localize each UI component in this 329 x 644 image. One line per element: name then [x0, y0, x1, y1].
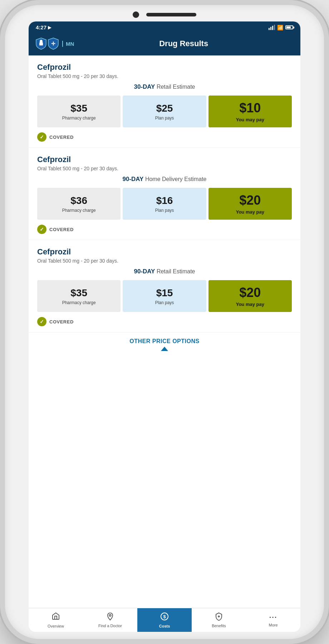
plan-box-2: $16 Plan pays — [123, 188, 206, 220]
drug-description-1: Oral Tablet 500 mg - 20 per 30 days. — [37, 73, 292, 79]
pharmacy-label-3: Pharmacy charge — [62, 300, 96, 305]
you-pay-amount-1: $10 — [239, 101, 261, 116]
cost-grid-2: $36 Pharmacy charge $16 Plan pays $20 Yo… — [37, 188, 292, 220]
plan-label-3: Plan pays — [155, 300, 174, 305]
pharmacy-label-2: Pharmacy charge — [62, 208, 96, 213]
estimate-label-2: 90-DAY Home Delivery Estimate — [37, 176, 292, 183]
drug-description-3: Oral Tablet 500 mg - 20 per 30 days. — [37, 258, 292, 264]
more-dots-icon: ··· — [269, 613, 278, 621]
pharmacy-box-3: $35 Pharmacy charge — [37, 280, 121, 312]
estimate-label-1: 30-DAY Retail Estimate — [37, 83, 292, 91]
covered-check-icon-1: ✓ — [37, 132, 46, 142]
you-pay-amount-3: $20 — [239, 285, 261, 300]
drug-section-1: Cefprozil Oral Tablet 500 mg - 20 per 30… — [29, 55, 300, 148]
signal-icon — [269, 25, 275, 30]
plan-amount-2: $16 — [156, 195, 173, 206]
status-time: 4:27 ▶ — [36, 24, 51, 30]
home-icon — [51, 612, 60, 623]
shield-1-icon — [36, 38, 46, 50]
phone-top-bar — [5, 5, 324, 21]
you-pay-label-1: You may pay — [236, 117, 264, 122]
status-bar: 4:27 ▶ 📶 — [29, 21, 300, 33]
nav-benefits-label: Benefits — [212, 624, 226, 628]
plan-amount-3: $15 — [156, 287, 173, 299]
you-pay-box-2: $20 You may pay — [208, 188, 292, 220]
drug-section-3: Cefprozil Oral Tablet 500 mg - 20 per 30… — [29, 240, 300, 332]
drug-name-2: Cefprozil — [37, 155, 292, 164]
other-price-options-label: OTHER PRICE OPTIONS — [129, 338, 199, 345]
you-pay-label-3: You may pay — [236, 302, 264, 307]
volume-down-button — [3, 109, 5, 127]
cost-grid-3: $35 Pharmacy charge $15 Plan pays $20 Yo… — [37, 280, 292, 312]
app-header: ✛ MN Drug Results — [29, 33, 300, 55]
svg-point-2 — [109, 615, 111, 616]
bottom-nav: Overview Find a Doctor $ — [29, 608, 300, 632]
drug-name-1: Cefprozil — [37, 63, 292, 72]
nav-more[interactable]: ··· More — [246, 608, 300, 632]
plan-box-1: $25 Plan pays — [123, 96, 206, 127]
pharmacy-box-2: $36 Pharmacy charge — [37, 188, 121, 220]
nav-more-label: More — [269, 623, 278, 627]
phone-screen: 4:27 ▶ 📶 — [29, 21, 300, 632]
covered-text-1: COVERED — [49, 135, 74, 140]
nav-costs-label: Costs — [159, 624, 170, 628]
pharmacy-amount-3: $35 — [70, 287, 87, 299]
pharmacy-amount-2: $36 — [70, 195, 87, 206]
speaker — [146, 13, 196, 16]
location-pin-icon — [106, 612, 114, 622]
you-pay-label-2: You may pay — [236, 209, 264, 215]
nav-find-doctor-label: Find a Doctor — [98, 624, 122, 628]
nav-overview[interactable]: Overview — [29, 608, 83, 632]
plan-amount-1: $25 — [156, 103, 173, 114]
pharmacy-label-1: Pharmacy charge — [62, 116, 96, 121]
arrow-up-icon — [161, 347, 168, 351]
estimate-label-3: 90-DAY Retail Estimate — [37, 268, 292, 275]
phone-frame: 4:27 ▶ 📶 — [0, 0, 329, 644]
svg-rect-0 — [39, 43, 43, 45]
plan-label-1: Plan pays — [155, 116, 174, 121]
dollar-icon: $ — [160, 612, 169, 623]
you-pay-box-3: $20 You may pay — [208, 280, 292, 312]
pharmacy-amount-1: $35 — [70, 103, 87, 114]
covered-text-3: COVERED — [49, 319, 74, 325]
content-area: Cefprozil Oral Tablet 500 mg - 20 per 30… — [29, 55, 300, 608]
nav-overview-label: Overview — [48, 624, 64, 628]
plan-label-2: Plan pays — [155, 208, 174, 213]
covered-badge-1: ✓ COVERED — [37, 132, 292, 142]
page-title: Drug Results — [74, 39, 293, 48]
shield-2-icon: ✛ — [48, 38, 59, 50]
plan-box-3: $15 Plan pays — [123, 280, 206, 312]
nav-find-doctor[interactable]: Find a Doctor — [83, 608, 137, 632]
mute-button — [3, 148, 5, 177]
covered-badge-2: ✓ COVERED — [37, 225, 292, 234]
svg-text:✛: ✛ — [51, 41, 55, 47]
cost-grid-1: $35 Pharmacy charge $25 Plan pays $10 Yo… — [37, 96, 292, 127]
shield-plus-icon — [215, 612, 223, 622]
location-icon: ▶ — [48, 25, 51, 30]
drug-name-3: Cefprozil — [37, 247, 292, 257]
wifi-icon: 📶 — [277, 25, 283, 30]
status-icons: 📶 — [269, 25, 293, 30]
battery-icon — [285, 25, 293, 29]
header-logo: ✛ MN — [36, 38, 74, 50]
svg-text:$: $ — [163, 614, 166, 619]
pharmacy-box-1: $35 Pharmacy charge — [37, 96, 121, 127]
nav-costs[interactable]: $ Costs — [137, 608, 192, 632]
drug-section-2: Cefprozil Oral Tablet 500 mg - 20 per 30… — [29, 148, 300, 240]
power-button — [324, 112, 326, 145]
covered-badge-3: ✓ COVERED — [37, 317, 292, 326]
covered-check-icon-2: ✓ — [37, 225, 46, 234]
covered-check-icon-3: ✓ — [37, 317, 46, 326]
covered-text-2: COVERED — [49, 227, 74, 232]
you-pay-amount-2: $20 — [239, 193, 261, 208]
camera — [133, 11, 139, 18]
region-label: MN — [62, 41, 74, 47]
volume-up-button — [3, 84, 5, 102]
other-price-options[interactable]: OTHER PRICE OPTIONS — [29, 332, 300, 357]
you-pay-box-1: $10 You may pay — [208, 96, 292, 127]
nav-benefits[interactable]: Benefits — [192, 608, 246, 632]
logo-shields: ✛ — [36, 38, 59, 50]
drug-description-2: Oral Tablet 500 mg - 20 per 30 days. — [37, 166, 292, 171]
